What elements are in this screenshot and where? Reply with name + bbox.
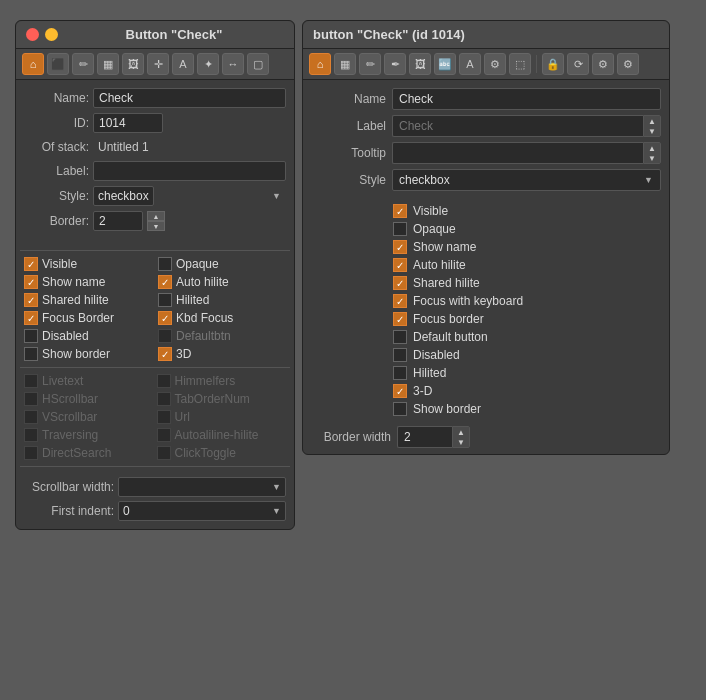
r-toolbar-settings-icon[interactable]: ⚙ xyxy=(592,53,614,75)
toolbar-pencil-icon[interactable]: ✏ xyxy=(72,53,94,75)
r-style-select[interactable]: checkbox xyxy=(392,169,661,191)
r-toolbar-pencil-icon[interactable]: ✏ xyxy=(359,53,381,75)
kbdfocus-label: Kbd Focus xyxy=(176,311,233,325)
r-toolbar-pen-icon[interactable]: ✒ xyxy=(384,53,406,75)
r-autohilite-label: Auto hilite xyxy=(413,258,466,272)
border-down-button[interactable]: ▼ xyxy=(147,221,165,231)
r-toolbar-gear-icon[interactable]: ⚙ xyxy=(484,53,506,75)
r-cb-showname: Show name xyxy=(393,240,661,254)
greyed-hscrollbar: HScrollbar xyxy=(24,392,154,406)
left-toolbar: ⌂ ⬛ ✏ ▦ 🖼 ✛ A ✦ ↔ ▢ xyxy=(16,49,294,80)
r-name-input[interactable] xyxy=(392,88,661,110)
checkbox-hilited: Hilited xyxy=(158,293,286,307)
r-3d-checkbox[interactable] xyxy=(393,384,407,398)
r-toolbar-grid-icon[interactable]: ▦ xyxy=(334,53,356,75)
id-row: ID: xyxy=(24,113,286,133)
id-input[interactable] xyxy=(93,113,163,133)
threed-checkbox[interactable] xyxy=(158,347,172,361)
visible-checkbox[interactable] xyxy=(24,257,38,271)
r-label-input[interactable] xyxy=(392,115,643,137)
sharedhilite-checkbox[interactable] xyxy=(24,293,38,307)
toolbar-image-icon[interactable]: ▦ xyxy=(97,53,119,75)
clicktoggle-checkbox xyxy=(157,446,171,460)
r-toolbar-config-icon[interactable]: ⚙ xyxy=(617,53,639,75)
r-focusborder-checkbox[interactable] xyxy=(393,312,407,326)
r-toolbar-text-icon[interactable]: 🔤 xyxy=(434,53,456,75)
toolbar-image2-icon[interactable]: 🖼 xyxy=(122,53,144,75)
toolbar-stack-icon[interactable]: ⬛ xyxy=(47,53,69,75)
r-toolbar-box-icon[interactable]: ⬚ xyxy=(509,53,531,75)
border-width-up-button[interactable]: ▲ xyxy=(453,427,469,437)
r-tooltip-up-button[interactable]: ▲ xyxy=(644,143,660,153)
label-row: Label: xyxy=(24,161,286,181)
opaque-checkbox[interactable] xyxy=(158,257,172,271)
himmelfers-label: Himmelfers xyxy=(175,374,236,388)
autoaliline-label: Autoaliline-hilite xyxy=(175,428,259,442)
r-label-down-button[interactable]: ▼ xyxy=(644,126,660,136)
toolbar-add-icon[interactable]: ✛ xyxy=(147,53,169,75)
toolbar-home-icon[interactable]: ⌂ xyxy=(22,53,44,75)
r-autohilite-checkbox[interactable] xyxy=(393,258,407,272)
r-opaque-checkbox[interactable] xyxy=(393,222,407,236)
r-defaultbutton-checkbox[interactable] xyxy=(393,330,407,344)
focusborder-label: Focus Border xyxy=(42,311,114,325)
r-toolbar-home-icon[interactable]: ⌂ xyxy=(309,53,331,75)
border-input[interactable] xyxy=(93,211,143,231)
r-showname-label: Show name xyxy=(413,240,476,254)
r-toolbar-lock-icon[interactable]: 🔒 xyxy=(542,53,564,75)
showname-checkbox[interactable] xyxy=(24,275,38,289)
name-input[interactable] xyxy=(93,88,286,108)
r-hilited-checkbox[interactable] xyxy=(393,366,407,380)
toolbar-text-icon[interactable]: A xyxy=(172,53,194,75)
focusborder-checkbox[interactable] xyxy=(24,311,38,325)
border-width-input[interactable] xyxy=(397,426,452,448)
r-cb-visible: Visible xyxy=(393,204,661,218)
vscrollbar-label: VScrollbar xyxy=(42,410,97,424)
r-disabled-checkbox[interactable] xyxy=(393,348,407,362)
style-select[interactable]: checkbox xyxy=(93,186,154,206)
autohilite-checkbox[interactable] xyxy=(158,275,172,289)
toolbar-border-icon[interactable]: ▢ xyxy=(247,53,269,75)
greyed-url: Url xyxy=(157,410,287,424)
r-toolbar-a-icon[interactable]: A xyxy=(459,53,481,75)
r-sharedhilite-checkbox[interactable] xyxy=(393,276,407,290)
toolbar-effect-icon[interactable]: ✦ xyxy=(197,53,219,75)
ofstack-row: Of stack: Untitled 1 xyxy=(24,138,286,156)
r-focuskeyboard-label: Focus with keyboard xyxy=(413,294,523,308)
hilited-checkbox[interactable] xyxy=(158,293,172,307)
r-toolbar-image-icon[interactable]: 🖼 xyxy=(409,53,431,75)
r-defaultbutton-label: Default button xyxy=(413,330,488,344)
disabled-label: Disabled xyxy=(42,329,89,343)
checkbox-grid: Visible Opaque Show name Auto hilite Sha… xyxy=(16,257,294,361)
border-row: Border: ▲ ▼ xyxy=(24,211,286,231)
ofstack-value: Untitled 1 xyxy=(93,138,286,156)
minimize-button[interactable] xyxy=(45,28,58,41)
showborder-checkbox[interactable] xyxy=(24,347,38,361)
border-up-button[interactable]: ▲ xyxy=(147,211,165,221)
scrollbar-select[interactable] xyxy=(118,477,286,497)
close-button[interactable] xyxy=(26,28,39,41)
toolbar-separator xyxy=(536,55,537,73)
toolbar-resize-icon[interactable]: ↔ xyxy=(222,53,244,75)
r-showname-checkbox[interactable] xyxy=(393,240,407,254)
firstindent-select[interactable]: 0 xyxy=(118,501,286,521)
r-tooltip-input[interactable] xyxy=(392,142,643,164)
r-3d-label: 3-D xyxy=(413,384,432,398)
r-cb-showborder: Show border xyxy=(393,402,661,416)
label-input[interactable] xyxy=(93,161,286,181)
r-focuskeyboard-checkbox[interactable] xyxy=(393,294,407,308)
r-showborder-checkbox[interactable] xyxy=(393,402,407,416)
r-label-up-button[interactable]: ▲ xyxy=(644,116,660,126)
checkbox-showborder: Show border xyxy=(24,347,152,361)
greyed-row-1: Livetext Himmelfers xyxy=(16,374,294,388)
defaultbtn-checkbox[interactable] xyxy=(158,329,172,343)
disabled-checkbox[interactable] xyxy=(24,329,38,343)
visible-label: Visible xyxy=(42,257,77,271)
r-tooltip-down-button[interactable]: ▼ xyxy=(644,153,660,163)
r-toolbar-refresh-icon[interactable]: ⟳ xyxy=(567,53,589,75)
r-cb-focuskeyboard: Focus with keyboard xyxy=(393,294,661,308)
kbdfocus-checkbox[interactable] xyxy=(158,311,172,325)
r-visible-checkbox[interactable] xyxy=(393,204,407,218)
border-width-down-button[interactable]: ▼ xyxy=(453,437,469,447)
greyed-row-3: VScrollbar Url xyxy=(16,410,294,424)
